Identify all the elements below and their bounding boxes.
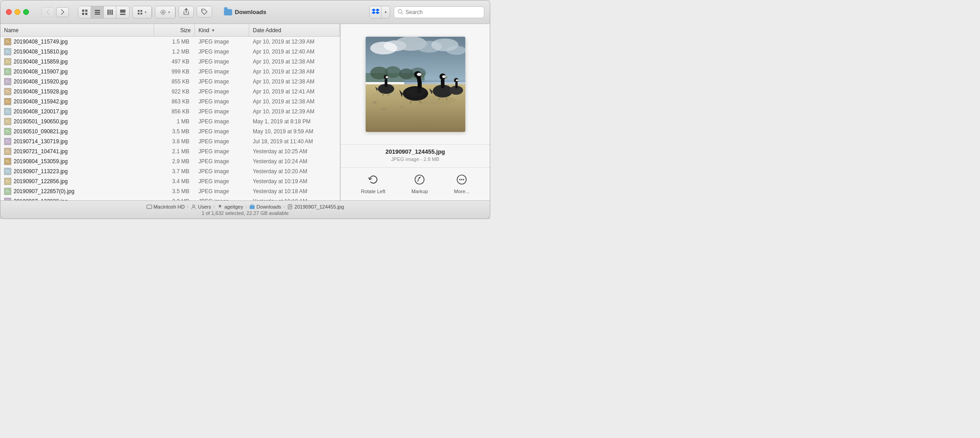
table-row[interactable]: 20190907_122857(0).jpg 3.5 MB JPEG image… <box>0 186 340 196</box>
file-size: 3.5 MB <box>154 128 195 135</box>
breadcrumb-sep-2: › <box>213 204 215 209</box>
filename: 20190408_115920.jpg <box>14 78 68 85</box>
filename: 20190721_104741.jpg <box>14 148 68 155</box>
col-name-label: Name <box>4 27 19 34</box>
dropbox-arrow[interactable]: ▾ <box>381 6 390 18</box>
breadcrumb-ageitgey[interactable]: ageitgey <box>217 204 243 209</box>
file-thumbnail <box>4 118 11 125</box>
file-name-cell: 20190408_115749.jpg <box>0 38 154 45</box>
arrange-main[interactable]: ▾ <box>133 6 152 18</box>
col-header-date[interactable]: Date Added <box>249 24 340 36</box>
table-row[interactable]: 20190408_120017.jpg 856 KB JPEG image Ap… <box>0 107 340 117</box>
cover-flow-button[interactable] <box>116 6 129 18</box>
file-thumbnail <box>4 98 11 105</box>
file-kind: JPEG image <box>195 68 249 75</box>
svg-point-82 <box>372 101 377 104</box>
titlebar: ▾ ▾ <box>0 0 490 24</box>
breadcrumb-sep-3: › <box>246 204 247 209</box>
table-row[interactable]: 20190907_122856.jpg 3.4 MB JPEG image Ye… <box>0 176 340 186</box>
file-kind: JPEG image <box>195 49 249 55</box>
filename: 20190714_130719.jpg <box>14 138 68 145</box>
svg-point-71 <box>446 46 465 55</box>
icon-view-button[interactable] <box>78 6 91 18</box>
close-button[interactable] <box>6 9 12 15</box>
svg-point-16 <box>162 11 164 13</box>
svg-point-103 <box>456 79 459 81</box>
markup-button[interactable]: Markup <box>411 172 428 194</box>
filename: 20190408_115942.jpg <box>14 98 68 105</box>
search-input[interactable] <box>406 9 480 15</box>
back-button[interactable] <box>42 7 54 17</box>
file-size: 1.5 MB <box>154 39 195 45</box>
column-view-button[interactable] <box>104 6 116 18</box>
breadcrumb: Macintosh HD › Users › ageitgey › <box>146 204 344 209</box>
file-kind: JPEG image <box>195 188 249 195</box>
preview-filename: 20190907_124455.jpg <box>348 148 483 155</box>
file-date: Yesterday at 10:19 AM <box>249 178 340 185</box>
svg-point-94 <box>416 73 416 73</box>
file-date: Apr 10, 2019 at 12:40 AM <box>249 49 340 55</box>
table-row[interactable]: 20190501_190650.jpg 1 MB JPEG image May … <box>0 117 340 127</box>
filename: 20190907_122857(0).jpg <box>14 188 74 195</box>
table-row[interactable]: 20190408_115749.jpg 1.5 MB JPEG image Ap… <box>0 37 340 47</box>
filename: 20190510_090821.jpg <box>14 128 68 135</box>
file-thumbnail <box>4 128 11 135</box>
file-name-cell: 20190408_115942.jpg <box>0 98 154 105</box>
file-size: 855 KB <box>154 78 195 85</box>
search-box[interactable] <box>394 6 484 18</box>
file-date: Yesterday at 10:18 AM <box>249 188 340 195</box>
tag-button[interactable] <box>197 6 212 18</box>
file-date: May 10, 2019 at 9:59 AM <box>249 128 340 135</box>
filename: 20190501_190650.jpg <box>14 118 68 125</box>
file-size: 922 KB <box>154 88 195 95</box>
col-header-size[interactable]: Size <box>154 24 195 36</box>
share-button[interactable] <box>179 6 194 18</box>
sort-icon: ▼ <box>211 28 215 33</box>
file-size: 1 MB <box>154 118 195 125</box>
more-button[interactable]: More... <box>454 172 469 194</box>
rotate-left-icon <box>366 172 381 187</box>
table-row[interactable]: 20190714_130719.jpg 3.8 MB JPEG image Ju… <box>0 136 340 146</box>
svg-point-108 <box>461 179 463 180</box>
table-row[interactable]: 20190907_122938.jpg 2.9 MB JPEG image Ye… <box>0 196 340 200</box>
forward-button[interactable] <box>56 7 69 17</box>
breadcrumb-users[interactable]: Users <box>191 204 211 209</box>
table-row[interactable]: 20190408_115928.jpg 922 KB JPEG image Ap… <box>0 87 340 97</box>
minimize-button[interactable] <box>14 9 20 15</box>
col-header-kind[interactable]: Kind ▼ <box>195 24 249 36</box>
breadcrumb-macintosh-hd[interactable]: Macintosh HD <box>146 204 185 209</box>
file-name-cell: 20190408_115859.jpg <box>0 58 154 65</box>
filename: 20190907_113223.jpg <box>14 168 68 175</box>
table-row[interactable]: 20190907_113223.jpg 3.7 MB JPEG image Ye… <box>0 166 340 176</box>
svg-point-93 <box>416 73 417 74</box>
table-row[interactable]: 20190408_115920.jpg 855 KB JPEG image Ap… <box>0 77 340 87</box>
table-row[interactable]: 20190721_104741.jpg 2.1 MB JPEG image Ye… <box>0 146 340 156</box>
rotate-left-button[interactable]: Rotate Left <box>361 172 386 194</box>
file-kind: JPEG image <box>195 158 249 165</box>
breadcrumb-downloads[interactable]: Downloads <box>249 204 281 209</box>
file-kind: JPEG image <box>195 39 249 45</box>
dropbox-button[interactable]: ▾ <box>369 6 390 19</box>
file-thumbnail <box>4 168 11 175</box>
file-kind: JPEG image <box>195 178 249 185</box>
main-area: Name Size Kind ▼ Date Added <box>0 24 490 200</box>
list-view-button[interactable] <box>91 6 104 18</box>
svg-point-105 <box>419 177 420 179</box>
table-row[interactable]: 20190804_153059.jpg 2.9 MB JPEG image Ye… <box>0 156 340 166</box>
file-size: 999 KB <box>154 68 195 75</box>
file-thumbnail <box>4 38 11 45</box>
breadcrumb-file[interactable]: 20190907_124455.jpg <box>287 204 344 209</box>
dropbox-icon <box>370 6 381 18</box>
maximize-button[interactable] <box>23 9 29 15</box>
gear-main[interactable]: ▾ <box>155 6 175 18</box>
table-row[interactable]: 20190408_115942.jpg 863 KB JPEG image Ap… <box>0 97 340 107</box>
file-name-cell: 20190408_120017.jpg <box>0 108 154 115</box>
table-row[interactable]: 20190510_090821.jpg 3.5 MB JPEG image Ma… <box>0 127 340 136</box>
svg-rect-14 <box>138 13 140 15</box>
toolbar-right: ▾ <box>369 6 484 19</box>
col-header-name[interactable]: Name <box>0 24 154 36</box>
table-row[interactable]: 20190408_115810.jpg 1.2 MB JPEG image Ap… <box>0 47 340 57</box>
table-row[interactable]: 20190408_115859.jpg 497 KB JPEG image Ap… <box>0 57 340 67</box>
table-row[interactable]: 20190408_115907.jpg 999 KB JPEG image Ap… <box>0 67 340 77</box>
svg-point-24 <box>161 13 162 14</box>
